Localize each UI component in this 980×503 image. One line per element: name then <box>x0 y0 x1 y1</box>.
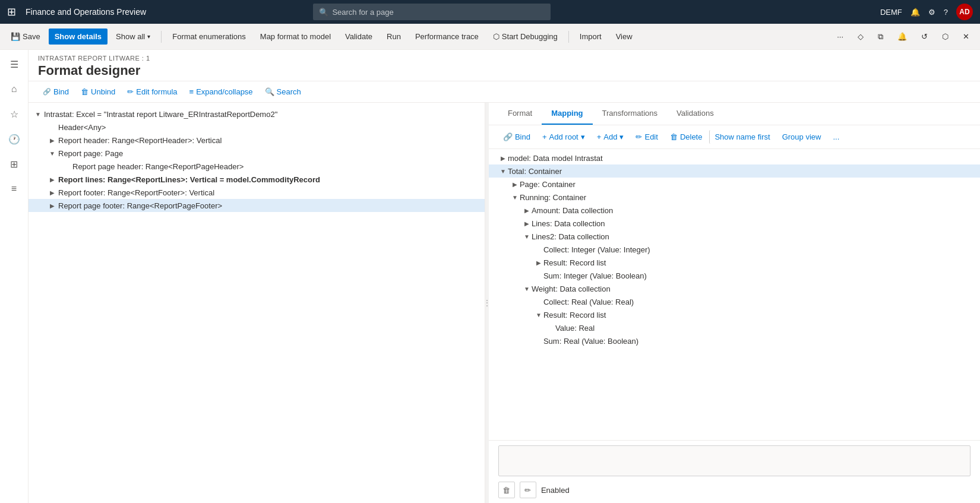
r-expand-result[interactable]: ▶ <box>534 258 543 267</box>
sidenav-workspaces[interactable]: ⊞ <box>2 152 26 176</box>
tree-item-replines[interactable]: ▶ Report lines: Range<ReportLines>: Vert… <box>29 173 485 186</box>
tab-transformations[interactable]: Transformations <box>593 103 667 125</box>
sidenav-hamburger[interactable]: ☰ <box>2 52 26 76</box>
split-view-button[interactable]: ⧉ <box>872 29 889 45</box>
tabs-row: Format Mapping Transformations Validatio… <box>489 103 980 125</box>
bell-icon[interactable]: 🔔 <box>911 8 920 17</box>
unbind-button[interactable]: 🗑 Unbind <box>76 85 120 99</box>
tree-item-reppagefooter[interactable]: ▶ Report page footer: Range<ReportPageFo… <box>29 199 485 212</box>
r-tree-item-wsum[interactable]: Sum: Real (Value: Boolean) <box>489 334 980 347</box>
r-tree-item-amount[interactable]: ▶ Amount: Data collection <box>489 204 980 217</box>
performance-trace-button[interactable]: Performance trace <box>409 29 485 45</box>
run-button[interactable]: Run <box>381 29 407 45</box>
formula-delete-button[interactable]: 🗑 <box>498 482 515 498</box>
r-tree-item-wresult[interactable]: ▼ Result: Record list <box>489 308 980 321</box>
global-search-bar[interactable]: 🔍 Search for a page <box>313 4 551 20</box>
edit-icon: ✏ <box>636 132 642 141</box>
r-tree-item-lines[interactable]: ▶ Lines: Data collection <box>489 217 980 230</box>
expand-replines[interactable]: ▶ <box>48 175 57 184</box>
tab-format[interactable]: Format <box>498 103 542 125</box>
show-details-button[interactable]: Show details <box>49 29 108 45</box>
view-button[interactable]: View <box>610 29 638 45</box>
r-expand-weight[interactable]: ▼ <box>522 284 532 293</box>
r-label-sum: Sum: Integer (Value: Boolean) <box>543 271 647 280</box>
show-all-button[interactable]: Show all ▾ <box>110 29 156 45</box>
formula-edit-button[interactable]: ✏ <box>520 482 536 498</box>
validate-button[interactable]: Validate <box>339 29 378 45</box>
r-tree-item-page[interactable]: ▶ Page: Container <box>489 178 980 191</box>
sidenav-home[interactable]: ⌂ <box>2 77 26 101</box>
start-debugging-button[interactable]: ⬡ Start Debugging <box>487 29 564 45</box>
tree-item-header[interactable]: Header<Any> <box>29 121 485 134</box>
expand-reppage[interactable]: ▼ <box>48 148 57 158</box>
r-tree-item-collect[interactable]: Collect: Integer (Value: Integer) <box>489 243 980 256</box>
r-expand-running[interactable]: ▼ <box>510 192 520 202</box>
tree-item-reppagehdr[interactable]: Report page header: Range<ReportPageHead… <box>29 160 485 173</box>
favorites-button[interactable]: ◇ <box>852 29 870 45</box>
user-avatar[interactable]: AD <box>956 4 973 20</box>
tab-mapping[interactable]: Mapping <box>542 103 592 125</box>
tree-label-reppagefooter: Report page footer: Range<ReportPageFoot… <box>58 201 222 210</box>
delete-button[interactable]: 🗑 Delete <box>665 130 707 144</box>
r-tree-item-weight[interactable]: ▼ Weight: Data collection <box>489 282 980 295</box>
expand-repheader[interactable]: ▶ <box>48 135 57 145</box>
edit-button[interactable]: ✏ Edit <box>631 130 662 144</box>
r-expand-amount[interactable]: ▶ <box>522 205 532 215</box>
tree-item-repfooter[interactable]: ▶ Report footer: Range<ReportFooter>: Ve… <box>29 186 485 199</box>
r-tree-item-wcollect[interactable]: Collect: Real (Value: Real) <box>489 295 980 308</box>
r-tree-item-result[interactable]: ▶ Result: Record list <box>489 256 980 269</box>
sidenav-recent[interactable]: 🕐 <box>2 127 26 151</box>
mapping-bind-button[interactable]: 🔗 Bind <box>498 130 535 144</box>
bind-icon: 🔗 <box>43 88 51 96</box>
popout-button[interactable]: ⬡ <box>936 29 954 45</box>
save-button[interactable]: 💾 Save <box>5 29 46 45</box>
refresh-button[interactable]: ↺ <box>915 29 934 45</box>
r-tree-item-wvalue[interactable]: Value: Real <box>489 321 980 334</box>
r-expand-wresult[interactable]: ▼ <box>534 310 543 319</box>
r-tree-item-model[interactable]: ▶ model: Data model Intrastat <box>489 151 980 164</box>
tree-item-repheader[interactable]: ▶ Report header: Range<ReportHeader>: Ve… <box>29 134 485 147</box>
help-icon[interactable]: ? <box>944 8 948 17</box>
close-button[interactable]: ✕ <box>957 29 975 45</box>
more-button[interactable]: ··· <box>831 29 849 45</box>
sidenav-favorites[interactable]: ☆ <box>2 102 26 126</box>
tree-item-root[interactable]: ▼ Intrastat: Excel = "Intrastat report L… <box>29 107 485 121</box>
tab-validations[interactable]: Validations <box>667 103 723 125</box>
bind-button[interactable]: 🔗 Bind <box>38 85 74 99</box>
r-label-page: Page: Container <box>520 180 576 189</box>
expand-root[interactable]: ▼ <box>33 109 43 119</box>
expand-repfooter[interactable]: ▶ <box>48 188 57 197</box>
import-button[interactable]: Import <box>574 29 608 45</box>
edit-formula-button[interactable]: ✏ Edit formula <box>122 85 182 99</box>
app-grid-icon[interactable]: ⊞ <box>7 5 16 18</box>
r-expand-lines2[interactable]: ▼ <box>522 232 532 241</box>
mapping-bind-icon: 🔗 <box>503 132 513 141</box>
mapping-more-button[interactable]: ... <box>828 130 844 144</box>
expand-collapse-button[interactable]: ≡ Expand/collapse <box>185 85 258 99</box>
performance-trace-label: Performance trace <box>415 32 479 41</box>
r-expand-total[interactable]: ▼ <box>498 166 508 176</box>
format-enumerations-button[interactable]: Format enumerations <box>166 29 252 45</box>
search-button[interactable]: 🔍 Search <box>260 85 306 99</box>
gear-icon[interactable]: ⚙ <box>928 8 935 17</box>
r-tree-item-lines2[interactable]: ▼ Lines2: Data collection <box>489 230 980 243</box>
tree-item-reppage[interactable]: ▼ Report page: Page <box>29 147 485 160</box>
r-tree-item-running[interactable]: ▼ Running: Container <box>489 191 980 204</box>
r-tree-item-total[interactable]: ▼ Total: Container <box>489 164 980 178</box>
map-format-button[interactable]: Map format to model <box>254 29 337 45</box>
expand-reppagefooter[interactable]: ▶ <box>48 201 57 210</box>
mapping-tree: ▶ model: Data model Intrastat ▼ Total: C… <box>489 149 980 440</box>
notification-button[interactable]: 🔔 <box>892 29 913 45</box>
formula-input[interactable] <box>498 445 970 476</box>
r-label-wsum: Sum: Real (Value: Boolean) <box>543 337 638 346</box>
r-expand-page[interactable]: ▶ <box>510 179 520 189</box>
add-root-icon: + <box>542 132 547 141</box>
r-expand-model[interactable]: ▶ <box>498 153 508 163</box>
add-root-button[interactable]: + Add root ▾ <box>538 130 590 144</box>
sidenav-modules[interactable]: ≡ <box>2 177 26 201</box>
add-button[interactable]: + Add ▾ <box>592 130 629 144</box>
show-name-first-button[interactable]: Show name first <box>709 130 774 144</box>
group-view-button[interactable]: Group view <box>777 130 826 144</box>
r-tree-item-sum[interactable]: Sum: Integer (Value: Boolean) <box>489 269 980 282</box>
r-expand-lines[interactable]: ▶ <box>522 219 532 228</box>
